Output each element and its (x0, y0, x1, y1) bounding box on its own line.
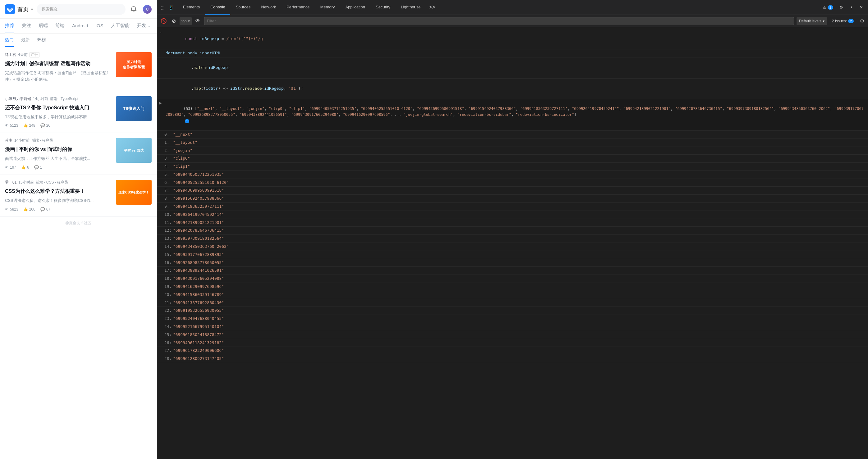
nav-tab-recommend[interactable]: 推荐 (5, 19, 14, 33)
tab-elements[interactable]: Elements (178, 0, 205, 14)
thumb-image: 掘力计划创作者训练营 (116, 52, 152, 77)
item-index-7: 7: (164, 187, 170, 194)
item-index-18: 18: (164, 275, 170, 282)
info-icon[interactable]: ℹ (185, 119, 189, 123)
sub-tab-trending[interactable]: 热榜 (37, 34, 46, 47)
array-item-26: 26: "6999496118241329182" (157, 339, 868, 347)
sub-tab-hot[interactable]: 热门 (5, 34, 14, 47)
issues-icon: ⚠ (823, 5, 826, 10)
nav-tab-ai[interactable]: 人工智能 (111, 19, 129, 33)
nav-tab-frontend[interactable]: 前端 (55, 19, 65, 33)
clear-console-button[interactable]: 🚫 (159, 17, 168, 25)
nav-tab-more[interactable]: 开发... (137, 19, 150, 33)
more-tabs-button[interactable]: >> (426, 4, 438, 10)
header-icons: U (129, 5, 152, 14)
level-label: Default levels (799, 19, 822, 23)
array-item-28: 28: "6999612809273147405" (157, 355, 868, 363)
article-card[interactable]: 小浪努力学前端 14小时前 前端 · TypeScript 还不会TS？带你 T… (0, 91, 157, 133)
svg-rect-0 (5, 4, 15, 14)
item-index-9: 9: (164, 203, 170, 210)
result-text: (53) ["__nuxt", "__layout", "juejin", "c… (165, 100, 866, 130)
article-title: CSS为什么这么难学？方法很重要！ (5, 188, 112, 195)
article-card[interactable]: 苏南 14小时前 后端 · 程序员 漫画 | 平时的你 vs 面试时的你 面试造… (0, 133, 157, 175)
context-selector[interactable]: top ▾ (180, 17, 192, 25)
search-input[interactable]: 探索掘金 (37, 4, 125, 15)
tag: 前端 · CSS · 程序员 (36, 180, 68, 185)
item-index-0: 0: (164, 131, 170, 138)
author-name: 稀土君 (5, 52, 16, 58)
header: 首页 ▾ 探索掘金 U (0, 0, 157, 19)
block-button[interactable]: ⊘ (170, 17, 177, 25)
item-value-5: "6999440503712251935" (170, 171, 866, 178)
tab-console[interactable]: Console (205, 0, 230, 14)
inspect-icon[interactable]: ⬚ (159, 4, 166, 11)
device-icon[interactable]: 📱 (167, 4, 175, 11)
array-item-22: 22: "6999195326556930055" (157, 307, 868, 315)
time: 14小时前 (14, 138, 30, 143)
console-settings-button[interactable]: ⚙ (859, 17, 866, 25)
array-item-21: 21: "6999413377692860430" (157, 299, 868, 307)
console-code-line-3: .map((idStr) => idStr.replace(idRegexp, … (157, 78, 868, 99)
ad-badge: 广告 (30, 52, 39, 58)
card-meta: 稀土君 4天前 广告 (5, 52, 112, 58)
article-thumbnail: TS快速入门 (116, 96, 152, 121)
item-index-3: 3: (164, 155, 170, 162)
eye-icon-button[interactable]: 👁 (194, 17, 202, 25)
item-value-9: "6999418363239727111" (170, 203, 866, 210)
close-devtools-button[interactable]: ✕ (857, 4, 866, 11)
item-index-2: 2: (164, 147, 170, 154)
article-desc: CSS语法这么多、这么杂！很多同学都说CSS似... (5, 198, 112, 204)
item-index-28: 28: (164, 356, 170, 362)
tab-network[interactable]: Network (256, 0, 281, 14)
item-value-25: "6999618302418878472" (170, 332, 866, 338)
item-index-13: 13: (164, 235, 170, 242)
view-count: 👁5823 (5, 207, 18, 211)
issues-button[interactable]: 2 Issues: 2 (830, 18, 856, 24)
array-item-1: 1: "__layout" (157, 139, 868, 147)
issues-badge-count: 2 (828, 5, 833, 10)
thumb-image: 平时 vs 面试 (116, 138, 152, 163)
item-value-15: "6999391770672889893" (170, 252, 866, 258)
issues-badge-button[interactable]: ⚠ 2 (820, 4, 836, 11)
tab-lighthouse[interactable]: Lighthouse (396, 0, 426, 14)
card-meta: 小浪努力学前端 14小时前 前端 · TypeScript (5, 96, 112, 102)
tab-application[interactable]: Application (340, 0, 370, 14)
tab-memory[interactable]: Memory (315, 0, 340, 14)
array-item-27: 27: "6999617823249006606" (157, 347, 868, 355)
avatar[interactable]: U (143, 5, 152, 14)
filter-input[interactable] (204, 17, 794, 25)
item-value-21: "6999413377692860430" (170, 300, 866, 306)
article-feed: 稀土君 4天前 广告 掘力计划 | 创作者训练营-话题写作活动 完成话题写作任务… (0, 47, 157, 459)
nav-tab-ios[interactable]: iOS (96, 19, 103, 33)
nav-tab-follow[interactable]: 关注 (22, 19, 31, 33)
item-value-6: "6999405253551010 6120" (170, 179, 866, 186)
sub-tab-new[interactable]: 最新 (21, 34, 30, 47)
tag: 后端 · 程序员 (31, 138, 53, 143)
item-index-6: 6: (164, 179, 170, 186)
tab-performance[interactable]: Performance (281, 0, 314, 14)
level-selector[interactable]: Default levels ▾ (797, 17, 827, 25)
notification-icon[interactable] (129, 5, 138, 14)
view-count: 👁197 (5, 165, 16, 170)
item-value-17: "6999438892441026591" (170, 267, 866, 274)
item-value-4: "clip1" (170, 163, 866, 170)
thumb-image: TS快速入门 (116, 96, 152, 121)
article-card[interactable]: 稀土君 4天前 广告 掘力计划 | 创作者训练营-话题写作活动 完成话题写作任务… (0, 47, 157, 91)
tab-sources[interactable]: Sources (231, 0, 256, 14)
console-code-line-1: document.body.innerHTML (157, 50, 868, 58)
logo[interactable]: 首页 ▾ (5, 4, 33, 14)
article-card[interactable]: 零一01 15小时前 前端 · CSS · 程序员 CSS为什么这么难学？方法很… (0, 175, 157, 217)
settings-button[interactable]: ⚙ (837, 4, 846, 11)
item-value-26: "6999496118241329182" (170, 340, 866, 346)
tab-security[interactable]: Security (371, 0, 395, 14)
item-value-3: "clip0" (170, 155, 866, 162)
array-item-2: 2: "juejin" (157, 147, 868, 155)
time: 14小时前 (33, 96, 48, 102)
item-index-8: 8: (164, 195, 170, 202)
array-item-0: 0: "__nuxt" (157, 131, 868, 139)
article-thumbnail: 平时 vs 面试 (116, 138, 152, 163)
customize-button[interactable]: ⋮ (847, 4, 856, 11)
collapse-arrow[interactable]: ▶ (159, 100, 165, 106)
nav-tab-android[interactable]: Android (72, 19, 88, 33)
nav-tab-backend[interactable]: 后端 (38, 19, 48, 33)
